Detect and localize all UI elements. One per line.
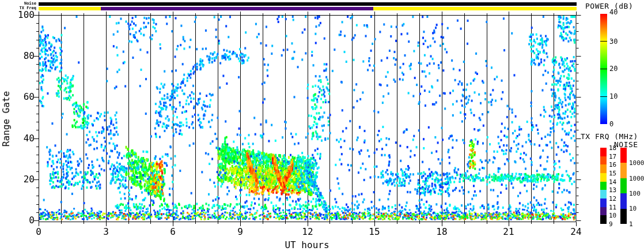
x-tick-label: 12	[293, 227, 323, 237]
txfreq-tick-label: 16	[609, 162, 616, 168]
txfreq-tick-label: 12	[609, 196, 616, 202]
txfreq-tick-label: 13	[609, 187, 616, 193]
x-tick-label: 6	[158, 227, 188, 237]
status-bar-segment	[101, 7, 373, 10]
txfreq-tick-label: 10	[609, 212, 616, 219]
power-tick-label: 30	[609, 38, 618, 45]
x-tick-label: 15	[359, 227, 389, 237]
colorbar-segment	[620, 178, 627, 193]
noise-status-bar	[39, 2, 577, 6]
txfreq-colorbar-title: TX FRQ (MHz)	[581, 133, 638, 141]
txfreq-tick-label: 17	[609, 153, 616, 160]
noise-tick-label: 100	[629, 190, 641, 197]
noise-colorbar	[620, 148, 627, 224]
power-tick-label: 10	[609, 93, 618, 100]
y-tick-label: 80	[0, 51, 36, 61]
colorbar-segment	[600, 190, 607, 198]
rti-summary-plot: Noise TX Freq Range Gate 100 80 60 40 20…	[0, 0, 644, 251]
colorbar-segment	[620, 148, 627, 163]
txfreq-tick-label: 14	[609, 179, 616, 185]
colorbar-segment	[600, 156, 607, 165]
y-tick-label: 100	[0, 10, 36, 20]
power-tick-label: 40	[609, 9, 618, 16]
scatter-plot-canvas	[0, 0, 644, 251]
y-tick-label: 0	[0, 215, 36, 226]
power-colorbar-divider	[600, 41, 607, 42]
y-tick-label: 40	[0, 133, 36, 144]
colorbar-segment	[600, 182, 607, 190]
txfreq-status-bar	[39, 7, 577, 10]
y-tick-label: 60	[0, 92, 36, 102]
colorbar-segment	[600, 148, 607, 156]
txfreq-tick-label: 11	[609, 204, 616, 211]
x-tick-label: 9	[225, 227, 255, 237]
colorbar-segment	[600, 215, 607, 224]
status-bar-segment	[373, 7, 577, 10]
x-tick-label: 21	[494, 227, 524, 237]
status-bar-segment	[39, 2, 577, 6]
power-colorbar-divider	[600, 96, 607, 97]
x-tick-label: 3	[91, 227, 121, 237]
colorbar-segment	[620, 163, 627, 178]
txfreq-colorbar	[600, 148, 607, 224]
x-tick-label: 24	[561, 227, 591, 237]
x-axis-label: UT hours	[285, 240, 329, 250]
txfreq-tick-label: 15	[609, 170, 616, 177]
power-colorbar	[600, 14, 607, 124]
y-tick-label: 20	[0, 174, 36, 185]
power-tick-label: 0	[609, 121, 613, 128]
colorbar-segment	[600, 173, 607, 182]
status-bar-segment	[39, 7, 101, 10]
x-tick-label: 18	[427, 227, 457, 237]
colorbar-segment	[600, 207, 607, 216]
txfreq-tick-label: 9	[609, 221, 613, 227]
power-colorbar-divider	[600, 69, 607, 69]
colorbar-segment	[600, 164, 607, 173]
colorbar-segment	[620, 193, 627, 208]
colorbar-segment	[600, 198, 607, 207]
x-tick-label: 0	[24, 227, 54, 237]
noise-bar-label: Noise	[0, 1, 36, 6]
noise-tick-label: 1	[629, 221, 633, 227]
noise-tick-label: 1000	[629, 175, 644, 182]
noise-tick-label: 10	[629, 205, 637, 212]
noise-tick-label: 10000	[629, 160, 644, 166]
colorbar-segment	[620, 209, 627, 224]
power-tick-label: 20	[609, 65, 618, 72]
